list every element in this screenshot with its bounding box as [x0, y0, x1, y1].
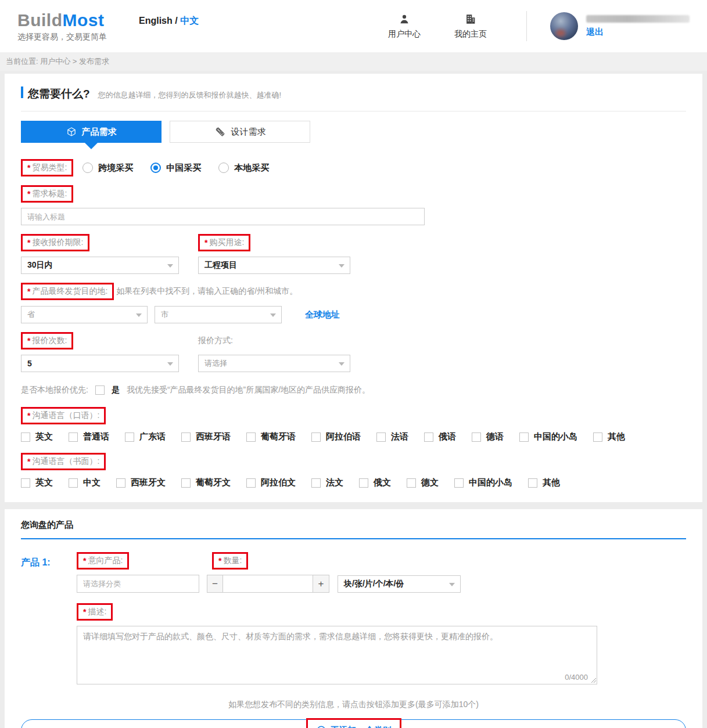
checkbox-icon[interactable]: [116, 478, 125, 488]
cube-icon: [66, 127, 77, 137]
local-priority-row: 是否本地报价优先: 是 我优先接受“产品最终发货目的地”所属国家/地区的产品供应…: [21, 385, 686, 395]
province-select[interactable]: 省: [21, 306, 148, 323]
written-lang-german[interactable]: 德文: [407, 477, 439, 488]
spoken-lang-spanish[interactable]: 西班牙语: [181, 431, 231, 442]
language-english-link[interactable]: English: [139, 16, 173, 26]
city-select[interactable]: 市: [155, 306, 282, 323]
checkbox-icon[interactable]: [407, 478, 416, 488]
spoken-lang-arabic[interactable]: 阿拉伯语: [311, 431, 361, 442]
checkbox-icon[interactable]: [454, 478, 464, 488]
language-chinese-link[interactable]: 中文: [180, 16, 199, 26]
quantity-minus-button[interactable]: −: [207, 575, 223, 593]
purchase-purpose-select[interactable]: 工程项目: [198, 257, 350, 274]
checkbox-icon[interactable]: [376, 433, 386, 442]
checkbox-icon[interactable]: [181, 478, 191, 488]
written-lang-spanish[interactable]: 西班牙文: [116, 477, 166, 488]
destination-hint: 如果在列表中找不到，请输入正确的省/州和城市。: [116, 286, 297, 297]
quote-deadline-select[interactable]: 30日内: [21, 257, 179, 274]
quantity-plus-button[interactable]: +: [313, 575, 329, 593]
written-lang-french[interactable]: 法文: [311, 477, 343, 488]
unit-select[interactable]: 块/张/片/个/本/份: [338, 575, 461, 593]
destination-row: * 产品最终发货目的地: 如果在列表中找不到，请输入正确的省/州和城市。 省 市…: [21, 283, 686, 323]
page-subtitle: 您的信息越详细，您得到的反馈和报价就越快、越准确!: [98, 90, 282, 100]
category-input[interactable]: [77, 575, 199, 593]
description-annotation-box: * 描述:: [77, 603, 113, 621]
description-label: 描述:: [88, 607, 106, 617]
nav-my-homepage[interactable]: 我的主页: [454, 13, 487, 39]
checkbox-icon[interactable]: [181, 433, 191, 442]
radio-icon[interactable]: [218, 163, 229, 173]
spoken-lang-other[interactable]: 其他: [593, 431, 625, 442]
quote-method-select[interactable]: 请选择: [198, 355, 350, 372]
written-lang-english[interactable]: 英文: [21, 477, 53, 488]
design-tools-icon: [214, 126, 226, 138]
local-priority-checkbox[interactable]: [95, 385, 105, 395]
checkbox-icon[interactable]: [21, 478, 30, 488]
checkbox-icon[interactable]: [69, 433, 78, 442]
checkbox-icon[interactable]: [246, 433, 256, 442]
category-label-slot: * 意向产品:: [77, 552, 212, 570]
chevron-down-icon: [167, 362, 173, 366]
checkbox-icon[interactable]: [593, 433, 602, 442]
radio-icon[interactable]: [82, 163, 93, 173]
written-lang-chinese[interactable]: 中文: [69, 477, 101, 488]
language-separator: /: [175, 16, 177, 26]
demand-title-input[interactable]: [21, 208, 425, 225]
quote-times-select[interactable]: 5: [21, 355, 179, 372]
checkbox-icon[interactable]: [311, 478, 321, 488]
chevron-down-icon: [449, 583, 455, 586]
trade-type-option-china[interactable]: 中国采买: [150, 163, 201, 174]
spoken-lang-cantonese[interactable]: 广东话: [125, 431, 166, 442]
tab-design-demand[interactable]: 设计需求: [170, 121, 310, 143]
spoken-lang-french[interactable]: 法语: [376, 431, 408, 442]
checkbox-icon[interactable]: [472, 433, 481, 442]
written-lang-arabic[interactable]: 阿拉伯文: [246, 477, 296, 488]
global-address-link[interactable]: 全球地址: [305, 309, 340, 320]
demand-title-label: 需求标题:: [32, 189, 67, 199]
destination-label: 产品最终发货目的地:: [32, 286, 107, 297]
quantity-stepper: − +: [207, 575, 329, 593]
checkbox-icon[interactable]: [528, 478, 537, 488]
trade-type-option-cross-border[interactable]: 跨境采买: [82, 163, 133, 174]
page-title: 您需要什么?: [28, 87, 90, 102]
local-priority-description: 我优先接受“产品最终发货目的地”所属国家/地区的产品供应商报价。: [127, 385, 370, 395]
demand-form-panel: 您需要什么? 您的信息越详细，您得到的反馈和报价就越快、越准确! 产品需求: [5, 74, 702, 502]
language-switcher: English / 中文: [139, 15, 199, 27]
checkbox-icon[interactable]: [69, 478, 78, 488]
written-lang-portuguese[interactable]: 葡萄牙文: [181, 477, 231, 488]
quantity-input[interactable]: [223, 575, 313, 593]
spoken-language-label: 沟通语言（口语）:: [32, 410, 99, 421]
product-inputs-row: − + 块/张/片/个/本/份: [77, 575, 686, 593]
checkbox-icon[interactable]: [519, 433, 529, 442]
spoken-lang-portuguese[interactable]: 葡萄牙语: [246, 431, 296, 442]
quote-times-annotation-box: * 报价次数:: [21, 332, 73, 349]
written-language-annotation-box: * 沟通语言（书面）:: [21, 453, 106, 470]
checkbox-icon[interactable]: [125, 433, 134, 442]
spoken-lang-german[interactable]: 德语: [472, 431, 504, 442]
trade-type-option-local[interactable]: 本地采买: [218, 163, 269, 174]
written-language-section: * 沟通语言（书面）: 英文 中文 西班牙文 葡萄牙文 阿拉伯文 法文 俄文 德…: [21, 453, 686, 488]
checkbox-icon[interactable]: [21, 433, 30, 442]
checkbox-icon[interactable]: [359, 478, 368, 488]
add-category-button[interactable]: 再添加一个类别: [21, 719, 686, 728]
spoken-language-section: * 沟通语言（口语）: 英文 普通话 广东话 西班牙语 葡萄牙语 阿拉伯语 法语…: [21, 407, 686, 442]
spoken-lang-russian[interactable]: 俄语: [424, 431, 456, 442]
avatar[interactable]: [550, 12, 578, 40]
spoken-lang-mandarin[interactable]: 普通话: [69, 431, 109, 442]
spoken-lang-china-island[interactable]: 中国的小岛: [519, 431, 577, 442]
written-lang-other[interactable]: 其他: [528, 477, 560, 488]
spoken-lang-english[interactable]: 英文: [21, 431, 53, 442]
description-textarea[interactable]: [77, 626, 597, 684]
written-lang-russian[interactable]: 俄文: [359, 477, 391, 488]
tab-product-demand[interactable]: 产品需求: [21, 121, 162, 143]
radio-selected-icon[interactable]: [150, 163, 161, 173]
checkbox-icon[interactable]: [311, 433, 321, 442]
logo[interactable]: BuildMost 选择更容易，交易更简单: [17, 10, 107, 42]
written-lang-china-island[interactable]: 中国的小岛: [454, 477, 512, 488]
local-priority-yes-label: 是: [112, 385, 120, 395]
checkbox-icon[interactable]: [424, 433, 433, 442]
nav-user-center[interactable]: 用户中心: [388, 13, 421, 39]
logout-link[interactable]: 退出: [586, 27, 690, 38]
category-label: 意向产品:: [88, 556, 123, 566]
checkbox-icon[interactable]: [246, 478, 256, 488]
